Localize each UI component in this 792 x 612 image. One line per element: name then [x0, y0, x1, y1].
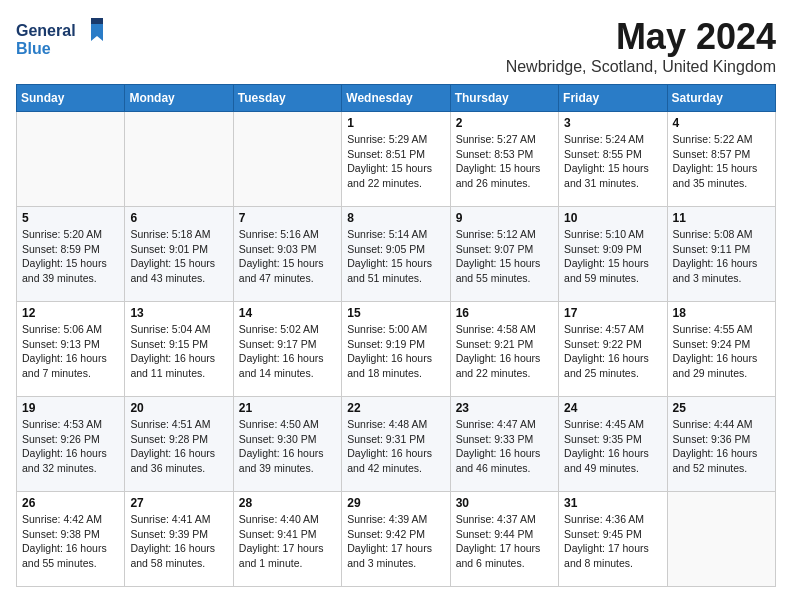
- day-info: Sunrise: 5:10 AMSunset: 9:09 PMDaylight:…: [564, 227, 661, 286]
- day-info: Sunrise: 4:47 AMSunset: 9:33 PMDaylight:…: [456, 417, 553, 476]
- calendar-cell: 25Sunrise: 4:44 AMSunset: 9:36 PMDayligh…: [667, 397, 775, 492]
- day-info: Sunrise: 4:40 AMSunset: 9:41 PMDaylight:…: [239, 512, 336, 571]
- day-number: 22: [347, 401, 444, 415]
- day-number: 3: [564, 116, 661, 130]
- day-number: 19: [22, 401, 119, 415]
- location: Newbridge, Scotland, United Kingdom: [506, 58, 776, 76]
- day-number: 28: [239, 496, 336, 510]
- calendar-cell: 9Sunrise: 5:12 AMSunset: 9:07 PMDaylight…: [450, 207, 558, 302]
- calendar-cell: 27Sunrise: 4:41 AMSunset: 9:39 PMDayligh…: [125, 492, 233, 587]
- day-number: 31: [564, 496, 661, 510]
- day-header-saturday: Saturday: [667, 85, 775, 112]
- day-number: 26: [22, 496, 119, 510]
- calendar-cell: 21Sunrise: 4:50 AMSunset: 9:30 PMDayligh…: [233, 397, 341, 492]
- calendar-cell: 30Sunrise: 4:37 AMSunset: 9:44 PMDayligh…: [450, 492, 558, 587]
- logo: GeneralBlue: [16, 16, 106, 61]
- calendar-cell: 2Sunrise: 5:27 AMSunset: 8:53 PMDaylight…: [450, 112, 558, 207]
- calendar-cell: 3Sunrise: 5:24 AMSunset: 8:55 PMDaylight…: [559, 112, 667, 207]
- day-info: Sunrise: 4:48 AMSunset: 9:31 PMDaylight:…: [347, 417, 444, 476]
- day-number: 12: [22, 306, 119, 320]
- day-number: 25: [673, 401, 770, 415]
- day-info: Sunrise: 4:45 AMSunset: 9:35 PMDaylight:…: [564, 417, 661, 476]
- day-info: Sunrise: 5:24 AMSunset: 8:55 PMDaylight:…: [564, 132, 661, 191]
- day-number: 7: [239, 211, 336, 225]
- calendar-cell: 13Sunrise: 5:04 AMSunset: 9:15 PMDayligh…: [125, 302, 233, 397]
- day-number: 2: [456, 116, 553, 130]
- day-info: Sunrise: 4:51 AMSunset: 9:28 PMDaylight:…: [130, 417, 227, 476]
- calendar-cell: [125, 112, 233, 207]
- day-header-friday: Friday: [559, 85, 667, 112]
- day-info: Sunrise: 4:42 AMSunset: 9:38 PMDaylight:…: [22, 512, 119, 571]
- calendar-week-4: 19Sunrise: 4:53 AMSunset: 9:26 PMDayligh…: [17, 397, 776, 492]
- month-title: May 2024: [506, 16, 776, 58]
- day-info: Sunrise: 4:36 AMSunset: 9:45 PMDaylight:…: [564, 512, 661, 571]
- day-number: 6: [130, 211, 227, 225]
- svg-text:General: General: [16, 22, 76, 39]
- day-number: 11: [673, 211, 770, 225]
- calendar-week-3: 12Sunrise: 5:06 AMSunset: 9:13 PMDayligh…: [17, 302, 776, 397]
- calendar-cell: 12Sunrise: 5:06 AMSunset: 9:13 PMDayligh…: [17, 302, 125, 397]
- day-number: 14: [239, 306, 336, 320]
- day-info: Sunrise: 5:12 AMSunset: 9:07 PMDaylight:…: [456, 227, 553, 286]
- day-number: 23: [456, 401, 553, 415]
- title-area: May 2024 Newbridge, Scotland, United Kin…: [506, 16, 776, 76]
- calendar-cell: [233, 112, 341, 207]
- day-info: Sunrise: 5:04 AMSunset: 9:15 PMDaylight:…: [130, 322, 227, 381]
- day-info: Sunrise: 4:39 AMSunset: 9:42 PMDaylight:…: [347, 512, 444, 571]
- day-header-monday: Monday: [125, 85, 233, 112]
- day-info: Sunrise: 4:44 AMSunset: 9:36 PMDaylight:…: [673, 417, 770, 476]
- day-info: Sunrise: 5:22 AMSunset: 8:57 PMDaylight:…: [673, 132, 770, 191]
- day-number: 27: [130, 496, 227, 510]
- calendar-cell: 22Sunrise: 4:48 AMSunset: 9:31 PMDayligh…: [342, 397, 450, 492]
- calendar-cell: 16Sunrise: 4:58 AMSunset: 9:21 PMDayligh…: [450, 302, 558, 397]
- calendar-cell: 29Sunrise: 4:39 AMSunset: 9:42 PMDayligh…: [342, 492, 450, 587]
- day-info: Sunrise: 4:41 AMSunset: 9:39 PMDaylight:…: [130, 512, 227, 571]
- calendar-week-1: 1Sunrise: 5:29 AMSunset: 8:51 PMDaylight…: [17, 112, 776, 207]
- day-number: 29: [347, 496, 444, 510]
- calendar-cell: 18Sunrise: 4:55 AMSunset: 9:24 PMDayligh…: [667, 302, 775, 397]
- day-number: 8: [347, 211, 444, 225]
- calendar-cell: 15Sunrise: 5:00 AMSunset: 9:19 PMDayligh…: [342, 302, 450, 397]
- day-header-wednesday: Wednesday: [342, 85, 450, 112]
- calendar-cell: [17, 112, 125, 207]
- day-info: Sunrise: 5:20 AMSunset: 8:59 PMDaylight:…: [22, 227, 119, 286]
- day-number: 9: [456, 211, 553, 225]
- day-info: Sunrise: 4:58 AMSunset: 9:21 PMDaylight:…: [456, 322, 553, 381]
- calendar-cell: 19Sunrise: 4:53 AMSunset: 9:26 PMDayligh…: [17, 397, 125, 492]
- calendar-cell: 1Sunrise: 5:29 AMSunset: 8:51 PMDaylight…: [342, 112, 450, 207]
- calendar-cell: 8Sunrise: 5:14 AMSunset: 9:05 PMDaylight…: [342, 207, 450, 302]
- day-number: 20: [130, 401, 227, 415]
- calendar-cell: 20Sunrise: 4:51 AMSunset: 9:28 PMDayligh…: [125, 397, 233, 492]
- calendar-week-2: 5Sunrise: 5:20 AMSunset: 8:59 PMDaylight…: [17, 207, 776, 302]
- calendar-cell: 24Sunrise: 4:45 AMSunset: 9:35 PMDayligh…: [559, 397, 667, 492]
- logo-svg: GeneralBlue: [16, 16, 106, 61]
- day-number: 18: [673, 306, 770, 320]
- calendar-cell: 10Sunrise: 5:10 AMSunset: 9:09 PMDayligh…: [559, 207, 667, 302]
- day-number: 10: [564, 211, 661, 225]
- day-header-thursday: Thursday: [450, 85, 558, 112]
- day-number: 13: [130, 306, 227, 320]
- day-number: 24: [564, 401, 661, 415]
- day-info: Sunrise: 5:02 AMSunset: 9:17 PMDaylight:…: [239, 322, 336, 381]
- calendar-cell: 26Sunrise: 4:42 AMSunset: 9:38 PMDayligh…: [17, 492, 125, 587]
- day-number: 17: [564, 306, 661, 320]
- calendar-cell: 23Sunrise: 4:47 AMSunset: 9:33 PMDayligh…: [450, 397, 558, 492]
- day-number: 4: [673, 116, 770, 130]
- day-info: Sunrise: 5:18 AMSunset: 9:01 PMDaylight:…: [130, 227, 227, 286]
- day-info: Sunrise: 5:00 AMSunset: 9:19 PMDaylight:…: [347, 322, 444, 381]
- calendar-cell: 11Sunrise: 5:08 AMSunset: 9:11 PMDayligh…: [667, 207, 775, 302]
- calendar-cell: 31Sunrise: 4:36 AMSunset: 9:45 PMDayligh…: [559, 492, 667, 587]
- day-info: Sunrise: 4:55 AMSunset: 9:24 PMDaylight:…: [673, 322, 770, 381]
- day-info: Sunrise: 4:57 AMSunset: 9:22 PMDaylight:…: [564, 322, 661, 381]
- day-number: 16: [456, 306, 553, 320]
- day-number: 5: [22, 211, 119, 225]
- calendar-cell: 28Sunrise: 4:40 AMSunset: 9:41 PMDayligh…: [233, 492, 341, 587]
- day-info: Sunrise: 4:50 AMSunset: 9:30 PMDaylight:…: [239, 417, 336, 476]
- day-info: Sunrise: 5:27 AMSunset: 8:53 PMDaylight:…: [456, 132, 553, 191]
- calendar-week-5: 26Sunrise: 4:42 AMSunset: 9:38 PMDayligh…: [17, 492, 776, 587]
- day-number: 1: [347, 116, 444, 130]
- calendar-cell: 5Sunrise: 5:20 AMSunset: 8:59 PMDaylight…: [17, 207, 125, 302]
- day-header-sunday: Sunday: [17, 85, 125, 112]
- day-info: Sunrise: 5:29 AMSunset: 8:51 PMDaylight:…: [347, 132, 444, 191]
- calendar-cell: 7Sunrise: 5:16 AMSunset: 9:03 PMDaylight…: [233, 207, 341, 302]
